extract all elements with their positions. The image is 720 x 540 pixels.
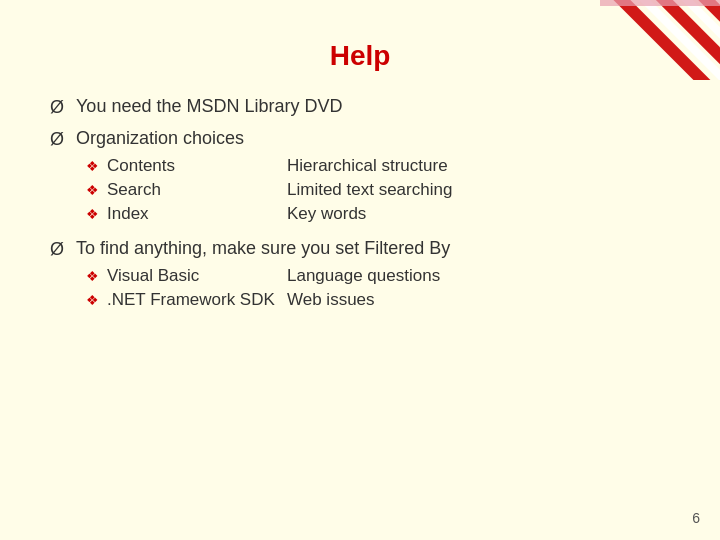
bullet1-text: You need the MSDN Library DVD	[76, 96, 670, 117]
sub-label-net: .NET Framework SDK	[107, 290, 287, 310]
bullet-arrow-3: Ø	[50, 239, 64, 260]
sub-list-2: ❖ Contents Hierarchical structure ❖ Sear…	[86, 156, 452, 228]
sub-list-3: ❖ Visual Basic Language questions ❖ .NET…	[86, 266, 440, 314]
sub-item-net: ❖ .NET Framework SDK Web issues	[86, 290, 440, 310]
sub-desc-vb: Language questions	[287, 266, 440, 286]
sub-item-index: ❖ Index Key words	[86, 204, 452, 224]
sub-desc-contents: Hierarchical structure	[287, 156, 448, 176]
svg-rect-7	[600, 0, 720, 6]
main-bullet-3: Ø To find anything, make sure you set Fi…	[50, 238, 670, 314]
sub-label-index: Index	[107, 204, 287, 224]
sub-label-vb: Visual Basic	[107, 266, 287, 286]
bullet-arrow-1: Ø	[50, 97, 64, 118]
bullet-arrow-2: Ø	[50, 129, 64, 150]
slide-title: Help	[50, 40, 670, 72]
sub-bullet-icon: ❖	[86, 268, 99, 284]
slide: Help Ø You need the MSDN Library DVD Ø O…	[0, 0, 720, 540]
sub-label-contents: Contents	[107, 156, 287, 176]
sub-desc-search: Limited text searching	[287, 180, 452, 200]
sub-desc-index: Key words	[287, 204, 366, 224]
bullet3-text: To find anything, make sure you set Filt…	[76, 238, 450, 259]
sub-label-search: Search	[107, 180, 287, 200]
main-bullet-2: Ø Organization choices ❖ Contents Hierar…	[50, 128, 670, 228]
sub-item-search: ❖ Search Limited text searching	[86, 180, 452, 200]
sub-item-vb: ❖ Visual Basic Language questions	[86, 266, 440, 286]
main-bullet-1: Ø You need the MSDN Library DVD	[50, 96, 670, 118]
sub-bullet-icon: ❖	[86, 182, 99, 198]
page-number: 6	[692, 510, 700, 526]
sub-desc-net: Web issues	[287, 290, 375, 310]
corner-decoration	[600, 0, 720, 80]
main-list: Ø You need the MSDN Library DVD Ø Organi…	[50, 96, 670, 314]
sub-item-contents: ❖ Contents Hierarchical structure	[86, 156, 452, 176]
bullet2-text: Organization choices	[76, 128, 244, 149]
sub-bullet-icon: ❖	[86, 158, 99, 174]
sub-bullet-icon: ❖	[86, 292, 99, 308]
sub-bullet-icon: ❖	[86, 206, 99, 222]
